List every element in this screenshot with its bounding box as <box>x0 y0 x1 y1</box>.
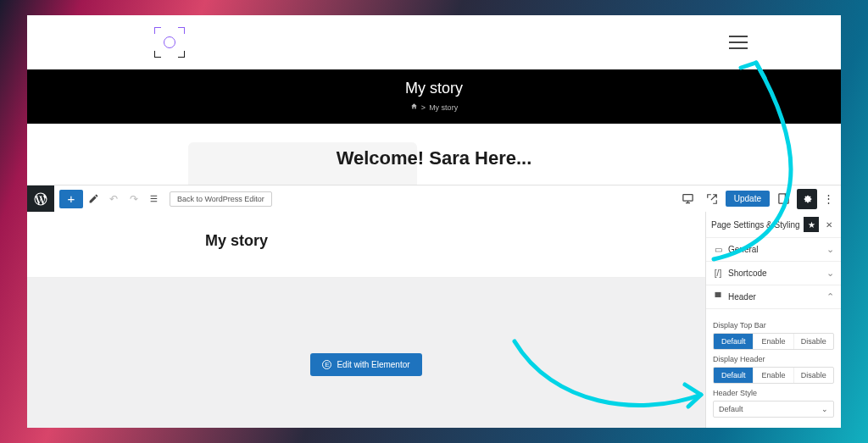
undo-button[interactable]: ↶ <box>103 186 124 213</box>
display-top-bar-label: Display Top Bar <box>713 321 834 329</box>
elementor-button-label: Edit with Elementor <box>337 360 409 369</box>
header-style-value: Default <box>719 405 743 413</box>
wp-editor-toolbar: + ↶ ↷ Back to WordPress Editor Update <box>27 185 841 212</box>
chevron-down-icon: ⌄ <box>826 244 834 255</box>
shortcode-icon: [/] <box>713 269 723 278</box>
redo-button[interactable]: ↷ <box>124 186 144 213</box>
svg-rect-1 <box>778 194 787 203</box>
sidebar-section-shortcode[interactable]: [/] Shortcode ⌄ <box>706 262 841 285</box>
header-section-content: Display Top Bar Default Enable Disable D… <box>706 309 841 421</box>
sidebar-section-header[interactable]: ▀ Header ⌃ <box>706 285 841 309</box>
update-button[interactable]: Update <box>726 191 770 207</box>
general-icon: ▭ <box>713 245 723 254</box>
home-icon[interactable] <box>410 102 418 112</box>
breadcrumb-current: My story <box>429 103 458 112</box>
header-icon: ▀ <box>713 292 723 302</box>
svg-rect-0 <box>683 195 693 202</box>
header-default-option[interactable]: Default <box>714 368 754 383</box>
document-outline-button[interactable] <box>144 186 164 213</box>
header-style-select[interactable]: Default ⌄ <box>713 401 834 418</box>
hamburger-menu-button[interactable] <box>729 36 748 49</box>
site-logo[interactable] <box>154 27 185 58</box>
page-hero-banner: My story > My story <box>27 69 841 124</box>
breadcrumb: > My story <box>27 102 841 112</box>
favorite-button[interactable]: ★ <box>804 217 819 232</box>
header-disable-option[interactable]: Disable <box>794 368 833 383</box>
wordpress-logo-button[interactable] <box>27 186 54 213</box>
welcome-heading: Welcome! Sara Here... <box>337 147 532 169</box>
sidebar-section-general[interactable]: ▭ General ⌄ <box>706 238 841 262</box>
settings-sidebar-toggle[interactable] <box>773 189 793 209</box>
header-style-label: Header Style <box>713 389 834 397</box>
chevron-down-icon: ⌄ <box>826 268 834 279</box>
site-header <box>27 15 841 69</box>
chevron-down-icon: ⌄ <box>821 405 828 413</box>
elementor-icon: E <box>322 360 331 369</box>
display-header-label: Display Header <box>713 355 834 363</box>
top-bar-default-option[interactable]: Default <box>714 334 754 349</box>
top-bar-disable-option[interactable]: Disable <box>794 334 833 349</box>
page-title[interactable]: My story <box>27 212 705 278</box>
settings-sidebar: Page Settings & Styling ★ ✕ ▭ General ⌄ … <box>705 212 841 428</box>
welcome-section: Welcome! Sara Here... <box>27 124 841 185</box>
desktop-preview-button[interactable] <box>678 189 698 209</box>
editor-canvas[interactable]: My story E Edit with Elementor <box>27 212 705 428</box>
add-block-button[interactable]: + <box>59 190 83 208</box>
header-enable-option[interactable]: Enable <box>754 368 793 383</box>
sidebar-title: Page Settings & Styling <box>711 220 804 230</box>
back-to-wp-editor-button[interactable]: Back to WordPress Editor <box>170 191 272 207</box>
display-header-segmented: Default Enable Disable <box>713 367 834 384</box>
breadcrumb-separator: > <box>421 103 426 112</box>
chevron-up-icon: ⌃ <box>826 291 834 302</box>
learn-header-settings-link[interactable]: i Learn how to use the Header settings <box>706 424 841 428</box>
more-options-button[interactable]: ⋮ <box>821 189 836 209</box>
preview-link-button[interactable] <box>702 189 722 209</box>
display-top-bar-segmented: Default Enable Disable <box>713 333 834 350</box>
page-hero-title: My story <box>27 80 841 97</box>
edit-with-elementor-button[interactable]: E Edit with Elementor <box>310 353 421 376</box>
close-sidebar-button[interactable]: ✕ <box>822 217 836 232</box>
theme-settings-button[interactable] <box>797 189 817 209</box>
edit-mode-button[interactable] <box>83 186 103 213</box>
top-bar-enable-option[interactable]: Enable <box>754 334 793 349</box>
